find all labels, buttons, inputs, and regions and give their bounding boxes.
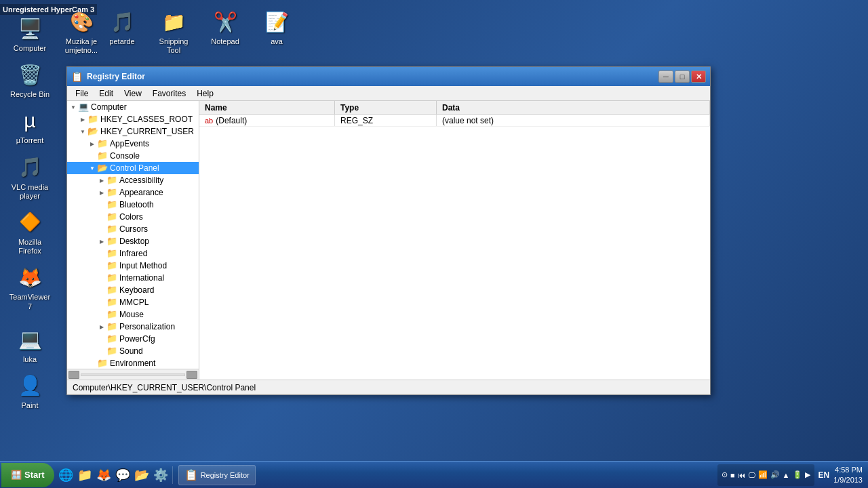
menu-file[interactable]: File [70, 87, 94, 100]
status-bar: Computer\HKEY_CURRENT_USER\Control Panel [67, 380, 710, 394]
menu-help[interactable]: Help [191, 87, 219, 100]
folder-icon-environment: 📁 [97, 358, 108, 369]
language-indicator[interactable]: EN [818, 470, 830, 480]
icon-teamviewer[interactable]: 💻 luka [5, 323, 54, 367]
icon-utorrent[interactable]: µ µTorrent [5, 104, 54, 148]
node-label-keyboard: Keyboard [119, 285, 154, 295]
cell-name: ab (Default) [199, 115, 335, 126]
expand-icon-environment[interactable] [87, 359, 97, 368]
ql-folder[interactable]: 📁 [76, 466, 94, 484]
tree-node-controlpanel[interactable]: ▼📂Control Panel [67, 162, 199, 174]
expand-icon-mouse[interactable] [97, 310, 106, 319]
tree-node-sound[interactable]: 📁Sound [67, 345, 199, 357]
tree-node-mmcpl[interactable]: 📁MMCPL [67, 296, 199, 308]
node-label-sound: Sound [119, 346, 143, 356]
clock[interactable]: 4:58 PM 1/9/2013 [833, 465, 863, 485]
tree-node-mouse[interactable]: 📁Mouse [67, 308, 199, 321]
node-label-computer: Computer [91, 102, 127, 112]
expand-icon-international[interactable] [97, 273, 106, 283]
tree-node-inputmethod[interactable]: 📁Input Method [67, 260, 199, 272]
utorrent-icon: µ [16, 107, 43, 134]
expand-icon-colors[interactable] [97, 212, 106, 222]
expand-icon-keyboard[interactable] [97, 285, 106, 295]
tray-power-icon: 🔋 [793, 470, 802, 479]
icon-vlc[interactable]: 🔶 Mozilla Firefox [5, 206, 54, 258]
tree-node-hkcr[interactable]: ▶📁HKEY_CLASSES_ROOT [67, 113, 199, 125]
icon-petarde[interactable]: 📁 Snipping Tool [149, 5, 198, 58]
icon-notepad[interactable]: 📝 ava [252, 5, 301, 58]
expand-icon-appevents[interactable]: ▶ [87, 139, 97, 148]
tree-node-hkcu[interactable]: ▼📂HKEY_CURRENT_USER [67, 125, 199, 138]
tray-volume-icon[interactable]: 🔊 [770, 470, 780, 479]
menu-edit[interactable]: Edit [94, 87, 119, 100]
tree-node-environment[interactable]: 📁Environment [67, 357, 199, 369]
expand-icon-accessibility[interactable]: ▶ [97, 176, 106, 185]
ql-explorer[interactable]: 📂 [133, 466, 151, 484]
tree-node-colors[interactable]: 📁Colors [67, 211, 199, 223]
expand-icon-bluetooth[interactable] [97, 200, 106, 209]
tree-node-international[interactable]: 📁International [67, 272, 199, 284]
node-label-console: Console [110, 151, 140, 161]
expand-icon-sound[interactable] [97, 346, 106, 356]
folder-icon-console: 📁 [97, 150, 108, 161]
tree-node-powercfg[interactable]: 📁PowerCfg [67, 333, 199, 345]
expand-icon-hkcr[interactable]: ▶ [78, 115, 87, 124]
ql-registry[interactable]: ⚙️ [152, 466, 170, 484]
tree-node-accessibility[interactable]: ▶📁Accessibility [67, 174, 199, 186]
folder-icon-mmcpl: 📁 [106, 297, 117, 308]
node-label-desktop: Desktop [119, 237, 149, 246]
icon-computer[interactable]: 🖥️ Computer [5, 12, 54, 56]
menu-view[interactable]: View [119, 87, 147, 100]
tree-node-personalization[interactable]: ▶📁Personalization [67, 321, 199, 333]
tree-node-computer[interactable]: ▼💻Computer [67, 101, 199, 113]
icon-snipping[interactable]: ✂️ Notepad [201, 5, 250, 58]
icon-itunes2[interactable]: 🎵 petarde [98, 5, 146, 58]
tree-node-keyboard[interactable]: 📁Keyboard [67, 284, 199, 296]
luka-icon: 👤 [16, 372, 43, 399]
registry-editor-window: 📋 Registry Editor ─ □ ✕ File Edit View F… [66, 66, 711, 395]
expand-icon-appearance[interactable]: ▶ [97, 188, 106, 197]
tree-scroll[interactable]: ▼💻Computer▶📁HKEY_CLASSES_ROOT▼📂HKEY_CURR… [67, 101, 199, 369]
minimize-button[interactable]: ─ [658, 70, 673, 83]
ql-ie[interactable]: 🌐 [57, 466, 75, 484]
expand-icon-hkcu[interactable]: ▼ [78, 127, 87, 136]
tree-node-appearance[interactable]: ▶📁Appearance [67, 186, 199, 199]
expand-icon-mmcpl[interactable] [97, 298, 106, 307]
expand-icon-cursors[interactable] [97, 224, 106, 234]
expand-icon-infrared[interactable] [97, 249, 106, 258]
node-label-infrared: Infrared [119, 249, 147, 258]
expand-icon-inputmethod[interactable] [97, 261, 106, 270]
expand-icon-computer[interactable]: ▼ [68, 102, 78, 112]
close-button[interactable]: ✕ [691, 70, 706, 83]
icon-winamp[interactable]: 🎵 VLC media player [5, 151, 54, 203]
ql-chat[interactable]: 💬 [114, 466, 132, 484]
tree-node-appevents[interactable]: ▶📁AppEvents [67, 138, 199, 150]
winamp-icon: 🎵 [16, 154, 43, 181]
top-icons-row: 🎵 petarde 📁 Snipping Tool ✂️ Notepad 📝 a… [98, 5, 301, 58]
node-label-colors: Colors [119, 212, 143, 222]
icon-luka[interactable]: 👤 Paint [5, 369, 54, 413]
expand-icon-console[interactable] [87, 151, 97, 161]
folder-icon-cursors: 📁 [106, 224, 117, 235]
tree-node-infrared[interactable]: 📁Infrared [67, 247, 199, 260]
itunes2-icon: 🎵 [108, 8, 136, 35]
data-panel: Name Type Data ab (Default) REG_SZ [199, 101, 710, 380]
expand-icon-powercfg[interactable] [97, 334, 106, 344]
taskbar-registry-btn[interactable]: 📋 Registry Editor [178, 465, 256, 485]
start-button[interactable]: 🪟 Start [1, 463, 54, 487]
tree-node-cursors[interactable]: 📁Cursors [67, 223, 199, 235]
expand-icon-desktop[interactable]: ▶ [97, 237, 106, 246]
tree-horizontal-scrollbar[interactable] [67, 369, 199, 380]
expand-icon-personalization[interactable]: ▶ [97, 322, 106, 331]
table-row[interactable]: ab (Default) REG_SZ (value not set) [199, 115, 710, 127]
menu-favorites[interactable]: Favorites [147, 87, 191, 100]
icon-firefox-desktop[interactable]: 🦊 TeamViewer 7 [5, 261, 54, 313]
maximize-button[interactable]: □ [675, 70, 690, 83]
tree-node-desktop[interactable]: ▶📁Desktop [67, 235, 199, 247]
tree-node-bluetooth[interactable]: 📁Bluetooth [67, 199, 199, 211]
ql-firefox[interactable]: 🦊 [95, 466, 113, 484]
window-titlebar[interactable]: 📋 Registry Editor ─ □ ✕ [67, 67, 710, 86]
icon-recycle[interactable]: 🗑️ Recycle Bin [5, 58, 54, 102]
tree-node-console[interactable]: 📁Console [67, 150, 199, 162]
expand-icon-controlpanel[interactable]: ▼ [87, 163, 97, 173]
